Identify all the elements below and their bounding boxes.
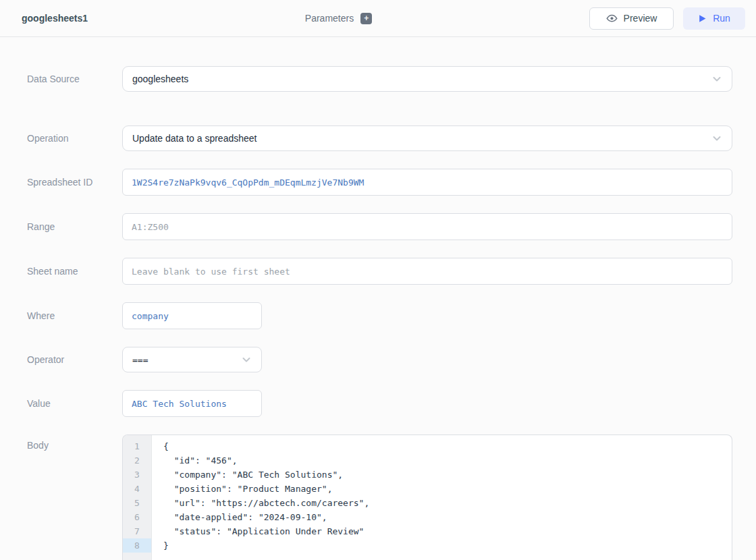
code-line[interactable]: "url": "https://abctech.com/careers", [163,496,732,510]
operation-value: Update data to a spreadsheet [132,133,711,144]
body-code-editor[interactable]: 12345678 { "id": "456", "company": "ABC … [122,435,732,560]
line-number: 2 [123,453,151,468]
code-line[interactable]: "status": "Application Under Review" [163,524,732,538]
run-button[interactable]: Run [683,7,745,30]
add-parameter-button[interactable]: + [360,13,372,24]
parameters-label: Parameters [305,13,354,24]
spreadsheet-id-label: Spreadsheet ID [27,177,122,188]
line-number: 6 [123,510,151,524]
body-row: Body 12345678 { "id": "456", "company": … [27,435,732,560]
query-name[interactable]: googlesheets1 [22,13,88,24]
line-number: 3 [123,468,151,482]
spreadsheet-id-input[interactable] [122,169,732,196]
range-row: Range [27,213,732,240]
code-line[interactable]: "position": "Product Manager", [163,482,732,496]
value-label: Value [27,398,122,409]
operator-row: Operator === [27,347,732,372]
operator-select[interactable]: === [122,347,262,372]
sheet-name-input[interactable] [122,258,732,285]
plus-icon: + [364,13,369,23]
line-number: 4 [123,482,151,496]
eye-icon [606,13,618,23]
operation-row: Operation Update data to a spreadsheet [27,125,732,151]
where-label: Where [27,310,122,321]
code-line[interactable]: } [163,538,732,553]
chevron-down-icon [711,74,722,84]
value-row: Value [27,390,732,417]
preview-button[interactable]: Preview [589,7,674,30]
parameters-section: Parameters + [88,13,589,24]
query-editor-header: googlesheets1 Parameters + Preview Run [0,0,756,37]
code-line[interactable]: { [163,439,732,453]
preview-button-label: Preview [624,13,657,24]
run-button-label: Run [713,13,730,24]
play-icon [698,14,707,23]
line-number: 1 [123,439,151,453]
chevron-down-icon [711,133,722,144]
data-source-row: Data Source googlesheets [27,66,732,92]
sheet-name-row: Sheet name [27,258,732,285]
code-line[interactable]: "date-applied": "2024-09-10", [163,510,732,524]
operation-select[interactable]: Update data to a spreadsheet [122,125,732,151]
spreadsheet-id-row: Spreadsheet ID [27,169,732,196]
line-number: 5 [123,496,151,510]
data-source-label: Data Source [27,74,122,84]
data-source-value: googlesheets [132,74,711,84]
operator-value: === [132,355,241,365]
value-input[interactable] [122,390,262,417]
query-parameters-form: Data Source googlesheets Operation Updat… [0,37,756,560]
chevron-down-icon [241,354,252,365]
code-gutter: 12345678 [123,435,152,560]
header-actions: Preview Run [589,7,745,30]
code-line[interactable]: "id": "456", [163,453,732,468]
operator-label: Operator [27,354,122,365]
where-input[interactable] [122,302,262,329]
operation-label: Operation [27,133,122,144]
code-lines[interactable]: { "id": "456", "company": "ABC Tech Solu… [152,435,732,560]
data-source-select[interactable]: googlesheets [122,66,732,92]
line-number: 8 [123,538,151,553]
where-row: Where [27,302,732,329]
range-label: Range [27,221,122,232]
sheet-name-label: Sheet name [27,266,122,277]
line-number: 7 [123,524,151,538]
body-label: Body [27,435,122,451]
range-input[interactable] [122,213,732,240]
code-line[interactable]: "company": "ABC Tech Solutions", [163,468,732,482]
